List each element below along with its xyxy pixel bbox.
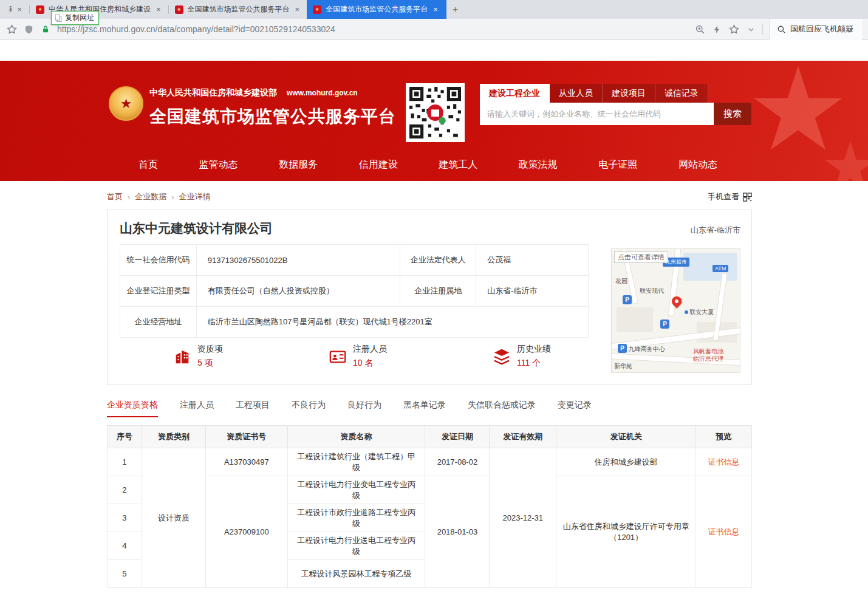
tab-change-records[interactable]: 变更记录 <box>558 400 592 417</box>
new-tab-button[interactable]: ＋ <box>446 0 463 19</box>
parking-icon: P <box>618 344 627 353</box>
tab-label: 全国建筑市场监管公共服务平台 <box>188 4 290 15</box>
nav-item-policy[interactable]: 政策法规 <box>519 159 558 171</box>
browser-tab-2[interactable]: ★ 全国建筑市场监管公共服务平台 × <box>169 0 307 19</box>
qual-cell: 住房和城乡建设部 <box>556 448 696 476</box>
lightning-icon[interactable] <box>711 24 722 35</box>
tab-qualifications[interactable]: 企业资质资格 <box>107 400 158 417</box>
tab-dishonesty-records[interactable]: 失信联合惩戒记录 <box>468 400 536 417</box>
map-building-block <box>617 307 653 332</box>
table-row: 1设计资质A137030497工程设计建筑行业（建筑工程）甲级2017-08-0… <box>108 448 752 476</box>
chevron-down-icon[interactable] <box>745 24 756 35</box>
tab-bad-behavior[interactable]: 不良行为 <box>292 400 326 417</box>
qual-cell: 2017-08-02 <box>425 448 490 476</box>
business-address-value: 临沂市兰山区陶然路107号星河晶都（联安）现代城1号楼2201室 <box>196 307 588 338</box>
qual-cell: 工程设计电力行业变电工程专业丙级 <box>287 476 425 504</box>
info-label: 企业登记注册类型 <box>120 276 197 307</box>
search-tab-enterprise[interactable]: 建设工程企业 <box>480 84 550 103</box>
address-bar[interactable]: https://jzsc.mohurd.gov.cn/data/company/… <box>57 24 335 34</box>
tab-registered-personnel[interactable]: 注册人员 <box>180 400 214 417</box>
map-poi-dot <box>685 310 688 314</box>
qual-cell: 4 <box>108 532 142 560</box>
breadcrumb-company-detail: 企业详情 <box>179 191 211 202</box>
close-icon[interactable]: × <box>294 5 301 14</box>
close-icon[interactable]: × <box>432 5 439 14</box>
nav-item-workers[interactable]: 建筑工人 <box>439 159 477 171</box>
map-label-lianan-modern: 联安现代 <box>640 287 664 295</box>
search-tab-personnel[interactable]: 从业人员 <box>550 84 603 103</box>
qual-column-header: 发证有效期 <box>490 426 556 448</box>
qual-column-header: 发证机关 <box>556 426 696 448</box>
stat-registered-personnel[interactable]: 注册人员 10 名 <box>329 344 387 369</box>
qual-cell: 工程设计风景园林工程专项乙级 <box>287 560 425 588</box>
search-button[interactable]: 搜索 <box>714 103 751 125</box>
breadcrumb-sep-icon: › <box>171 193 174 202</box>
map-hint: 点击可查看详情 <box>614 251 668 263</box>
certificate-info-link[interactable]: 证书信息 <box>696 448 752 476</box>
search-category-tabs: 建设工程企业 从业人员 建设项目 诚信记录 <box>480 84 751 103</box>
tooltip-text: 复制网址 <box>65 13 94 23</box>
breadcrumb-sep-icon: › <box>128 193 130 202</box>
tab-projects[interactable]: 工程项目 <box>236 400 270 417</box>
company-info-table: 统一社会信用代码 91371302675501022B 企业法定代表人 公茂福 … <box>120 244 589 338</box>
info-label: 企业注册属地 <box>400 276 476 307</box>
browser-toolbar: https://jzsc.mohurd.gov.cn/data/company/… <box>0 19 868 40</box>
qual-cell: 2018-01-03 <box>425 476 490 588</box>
nav-item-data-service[interactable]: 数据服务 <box>279 159 318 171</box>
mobile-view-label: 手机查看 <box>708 191 739 202</box>
header-search: 建设工程企业 从业人员 建设项目 诚信记录 搜索 <box>480 84 751 125</box>
nav-item-e-license[interactable]: 电子证照 <box>598 159 637 171</box>
security-shield-icon[interactable] <box>23 24 34 35</box>
browser-tab-partial[interactable]: 界 × <box>0 0 29 19</box>
layers-icon <box>493 347 511 366</box>
main-nav: 首页 监管动态 数据服务 信用建设 建筑工人 政策法规 电子证照 网站动态 <box>138 149 717 181</box>
building-icon <box>173 347 191 366</box>
stat-label: 资质项 <box>197 344 223 355</box>
stat-label: 历史业绩 <box>517 344 551 355</box>
platform-title: 全国建筑市场监管公共服务平台 <box>149 105 396 128</box>
search-tab-project[interactable]: 建设项目 <box>603 84 655 103</box>
breadcrumb-company-data[interactable]: 企业数据 <box>135 191 166 202</box>
stat-history-performance[interactable]: 历史业绩 111 个 <box>493 344 551 369</box>
close-icon[interactable]: × <box>155 5 162 14</box>
tab-good-behavior[interactable]: 良好行为 <box>347 400 381 417</box>
hot-search-box[interactable]: 国航回应飞机颠簸 <box>769 19 862 40</box>
nav-item-site-news[interactable]: 网站动态 <box>678 159 717 171</box>
company-stats: 资质项 5 项 注册人员 10 名 <box>120 344 589 369</box>
nav-item-supervision[interactable]: 监管动态 <box>199 159 238 171</box>
tab-blacklist[interactable]: 黑名单记录 <box>403 400 446 417</box>
qualification-table: 序号资质类别资质证书号资质名称发证日期发证有效期发证机关预览1设计资质A1370… <box>107 425 752 588</box>
qual-cell: 工程设计建筑行业（建筑工程）甲级 <box>287 448 425 476</box>
favorite-star-icon[interactable] <box>728 24 739 35</box>
search-tab-credit[interactable]: 诚信记录 <box>655 84 708 103</box>
copy-icon <box>54 14 63 22</box>
qual-cell: A137030497 <box>205 448 287 476</box>
site-favicon-icon: ★ <box>36 5 44 14</box>
nav-item-credit[interactable]: 信用建设 <box>359 159 398 171</box>
keyword-search-input[interactable] <box>480 103 714 125</box>
close-icon[interactable]: × <box>16 5 23 14</box>
mobile-view-button[interactable]: 手机查看 <box>708 191 752 202</box>
ministry-site-url: www.mohurd.gov.cn <box>287 89 358 97</box>
info-label: 企业法定代表人 <box>400 245 476 276</box>
site-brand: 中华人民共和国住房和城乡建设部 www.mohurd.gov.cn 全国建筑市场… <box>149 87 396 128</box>
table-row: 统一社会信用代码 91371302675501022B 企业法定代表人 公茂福 <box>120 245 589 276</box>
qual-cell: 2023-12-31 <box>490 448 556 588</box>
qual-column-header: 资质类别 <box>142 426 205 448</box>
bookmark-star-icon[interactable] <box>6 24 17 35</box>
browser-chrome: 界 × ★ 中华人民共和国住房和城乡建设 × ★ 全国建筑市场监管公共服务平台 … <box>0 0 868 40</box>
qr-mini-icon <box>743 193 752 202</box>
certificate-info-link[interactable]: 证书信息 <box>696 476 752 588</box>
company-location-map[interactable]: 九州超市 ATM 花园 联安现代 联安大厦 P P P 九峰商务中心 新华苑 风… <box>611 248 740 373</box>
zoom-icon[interactable] <box>694 24 705 35</box>
stat-qualifications[interactable]: 资质项 5 项 <box>173 344 223 369</box>
registration-type-value: 有限责任公司（自然人投资或控股） <box>196 276 400 307</box>
decor-star-icon: ★ <box>747 61 850 177</box>
qual-cell: 2 <box>108 476 142 504</box>
site-header: ★ ★ ★ 中华人民共和国住房和城乡建设部 www.mohurd.gov.cn … <box>0 61 868 181</box>
qual-column-header: 发证日期 <box>425 426 490 448</box>
breadcrumb-home[interactable]: 首页 <box>107 191 123 202</box>
browser-tab-3-active[interactable]: ★ 全国建筑市场监管公共服务平台 × <box>307 0 446 19</box>
tab-label: 界 <box>9 4 12 15</box>
nav-item-home[interactable]: 首页 <box>138 159 158 171</box>
